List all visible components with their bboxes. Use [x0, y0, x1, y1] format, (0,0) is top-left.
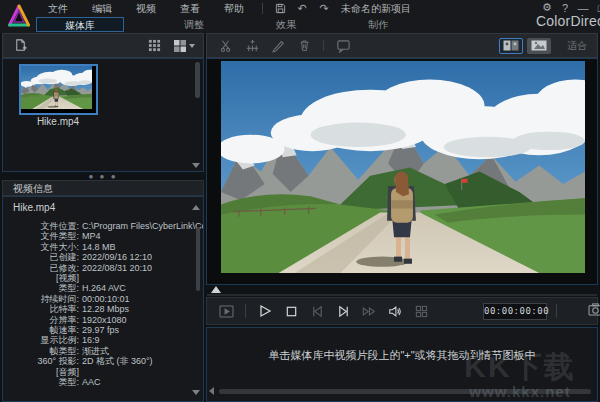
next-frame-button[interactable] — [332, 302, 354, 320]
loop-grid-icon[interactable] — [410, 302, 432, 320]
undo-icon[interactable]: ↶ — [294, 2, 310, 16]
info-label: 类型: — [3, 283, 79, 293]
tab-media-library[interactable]: 媒体库 — [36, 17, 124, 32]
info-row: 显示比例: 16:9 — [3, 335, 193, 345]
info-row: 分辨率: 1920x1080 — [3, 315, 193, 325]
video-info-header: 视频信息 — [2, 180, 204, 196]
volume-button[interactable] — [384, 302, 406, 320]
info-label: 持续时间: — [3, 294, 79, 304]
redo-icon[interactable]: ↷ — [316, 2, 332, 16]
import-media-icon[interactable] — [9, 37, 31, 55]
info-value: 2D 格式 (非 360°) — [82, 356, 153, 366]
project-title: 未命名的新项目 — [341, 2, 411, 16]
info-label: [视频] — [3, 273, 79, 283]
pip-object-icon[interactable] — [332, 37, 354, 55]
info-scroll-down-icon[interactable] — [192, 390, 200, 395]
media-clip-thumbnail[interactable] — [19, 64, 98, 115]
storyboard-scrollbar[interactable] — [219, 389, 591, 394]
snapshot-icon[interactable] — [588, 303, 600, 316]
menu-item[interactable]: 编辑 — [80, 2, 124, 16]
info-label: 文件类型: — [3, 231, 79, 241]
info-value: C:\Program Files\CyberLink\Color... — [82, 221, 204, 231]
timecode-display: 00:00:00:00 — [483, 303, 547, 320]
controls-divider — [245, 304, 246, 318]
info-label: [音频] — [3, 367, 79, 377]
info-row: [视频] — [3, 273, 193, 283]
tab-adjust[interactable]: 调整 — [164, 17, 224, 32]
video-viewer — [206, 58, 598, 285]
tab-produce[interactable]: 制作 — [348, 17, 408, 32]
fast-forward-button[interactable] — [358, 302, 380, 320]
info-value: 1920x1080 — [82, 315, 127, 325]
play-button[interactable] — [254, 302, 276, 320]
panel-splitter-handle[interactable]: ● ● ● — [2, 172, 204, 180]
stop-button[interactable] — [280, 302, 302, 320]
previous-frame-button[interactable] — [306, 302, 328, 320]
detail-view-icon[interactable] — [143, 37, 165, 55]
info-value: 16:9 — [82, 335, 100, 345]
help-icon[interactable]: ? — [556, 2, 574, 14]
info-scroll-up-icon[interactable] — [192, 205, 200, 210]
menu-item[interactable]: 查看 — [168, 2, 212, 16]
tab-effects[interactable]: 效果 — [256, 17, 316, 32]
save-icon[interactable] — [272, 2, 288, 16]
info-label: 已修改: — [3, 263, 79, 273]
keyframe-icon[interactable] — [241, 37, 263, 55]
info-row: 比特率: 12.28 Mbps — [3, 304, 193, 314]
info-row: 持续时间: 00:00:10:01 — [3, 294, 193, 304]
thumbnail-view-dropdown-icon[interactable] — [169, 37, 199, 55]
split-clip-icon[interactable] — [215, 37, 237, 55]
info-label: 文件大小: — [3, 242, 79, 252]
info-row: 360° 投影: 2D 格式 (非 360°) — [3, 356, 193, 366]
media-library-panel: Hike.mp4 ● ● ● 视频信息 Hike.mp4 文件位置: C:\Pr… — [2, 33, 204, 402]
info-label: 比特率: — [3, 304, 79, 314]
info-row: 文件类型: MP4 — [3, 231, 193, 241]
info-scrollbar[interactable] — [196, 215, 200, 365]
menu-divider — [262, 3, 263, 14]
module-tabs: 媒体库 调整 效果 制作 — [36, 17, 600, 33]
colordirector-wordmark: ColorDirector — [536, 13, 600, 29]
video-frame[interactable] — [221, 61, 585, 273]
info-value: H.264 AVC — [82, 283, 126, 293]
media-grid: Hike.mp4 — [2, 58, 204, 172]
menu-item[interactable]: 文件 — [36, 2, 80, 16]
info-value: 00:00:10:01 — [82, 294, 130, 304]
info-value: 29.97 fps — [82, 325, 119, 335]
media-clip-name: Hike.mp4 — [13, 116, 103, 127]
media-scroll-down-icon[interactable] — [192, 163, 200, 168]
info-row: 类型: AAC — [3, 377, 193, 387]
info-row: 帧速率: 29.97 fps — [3, 325, 193, 335]
info-clip-name: Hike.mp4 — [13, 202, 55, 213]
library-toolbar — [2, 33, 204, 58]
delete-icon[interactable] — [293, 37, 315, 55]
storyboard-panel[interactable]: 单击媒体库中视频片段上的"+"或将其拖动到情节图板中 — [206, 327, 598, 402]
preview-window-icon[interactable] — [215, 302, 237, 320]
menu-bar: 文件编辑视频查看帮助 ↶ ↷ 未命名的新项目 — [36, 0, 411, 17]
zoom-fit-select[interactable]: 适合 — [567, 39, 587, 53]
toolbar-divider — [323, 40, 324, 51]
info-value: 2022/09/16 12:10 — [82, 252, 152, 262]
seek-bar[interactable] — [206, 285, 598, 297]
minimize-icon[interactable]: — — [574, 2, 592, 14]
draw-mask-icon[interactable] — [267, 37, 289, 55]
playback-controls: 00:00:00:00 — [206, 297, 598, 325]
controls-right-divider — [556, 304, 557, 318]
info-label: 已创建: — [3, 252, 79, 262]
info-label: 类型: — [3, 377, 79, 387]
info-value: 12.28 Mbps — [82, 304, 129, 314]
info-label: 帧速率: — [3, 325, 79, 335]
media-scrollbar[interactable] — [195, 62, 200, 162]
info-row: [音频] — [3, 367, 193, 377]
compare-view-button[interactable] — [499, 38, 523, 54]
info-label: 帧类型: — [3, 346, 79, 356]
seek-track[interactable] — [207, 294, 597, 296]
menu-item[interactable]: 视频 — [124, 2, 168, 16]
playhead-marker[interactable] — [211, 286, 221, 293]
menu-item[interactable]: 帮助 — [212, 2, 256, 16]
storyboard-scroll-left-icon[interactable] — [209, 387, 214, 395]
single-view-button[interactable] — [527, 38, 551, 54]
info-row: 类型: H.264 AVC — [3, 283, 193, 293]
maximize-icon[interactable]: □ — [592, 2, 600, 14]
info-row: 文件大小: 14.8 MB — [3, 242, 193, 252]
colordirector-logo-icon — [6, 3, 32, 30]
